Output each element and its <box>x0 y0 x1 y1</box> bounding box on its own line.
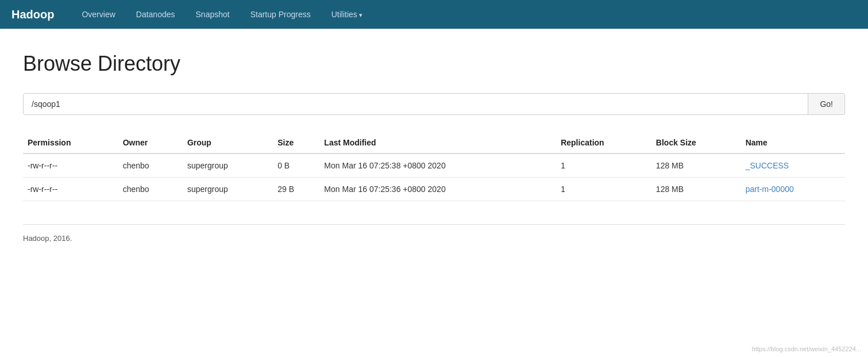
col-last-modified: Last Modified <box>319 132 556 153</box>
cell-col-block-size-row1: 128 MB <box>651 178 741 201</box>
cell-col-size-row0: 0 B <box>273 153 319 178</box>
table-body: -rw-r--r--chenbosupergroup0 BMon Mar 16 … <box>23 153 845 201</box>
file-link-_SUCCESS[interactable]: _SUCCESS <box>746 161 789 170</box>
nav-link-snapshot[interactable]: Snapshot <box>186 2 240 27</box>
table-row: -rw-r--r--chenbosupergroup29 BMon Mar 16… <box>23 178 845 201</box>
directory-table: Permission Owner Group Size Last Modifie… <box>23 132 845 201</box>
col-permission: Permission <box>23 132 118 153</box>
navbar-nav: OverviewDatanodesSnapshotStartup Progres… <box>71 2 373 27</box>
cell-col-owner-row1: chenbo <box>118 178 183 201</box>
footer-text: Hadoop, 2016. <box>23 234 72 243</box>
go-button[interactable]: Go! <box>808 94 844 114</box>
page-title: Browse Directory <box>23 52 845 76</box>
col-size: Size <box>273 132 319 153</box>
col-block-size: Block Size <box>651 132 741 153</box>
cell-col-group-row1: supergroup <box>183 178 273 201</box>
nav-link-utilities[interactable]: Utilities <box>321 2 373 27</box>
cell-col-group-row0: supergroup <box>183 153 273 178</box>
nav-link-startup-progress[interactable]: Startup Progress <box>240 2 321 27</box>
cell-col-last-modified-row1: Mon Mar 16 07:25:36 +0800 2020 <box>319 178 556 201</box>
cell-col-replication-row1: 1 <box>556 178 651 201</box>
cell-col-name-row1[interactable]: part-m-00000 <box>741 178 845 201</box>
cell-col-name-row0[interactable]: _SUCCESS <box>741 153 845 178</box>
col-group: Group <box>183 132 273 153</box>
cell-col-block-size-row0: 128 MB <box>651 153 741 178</box>
nav-item-overview[interactable]: Overview <box>71 2 125 27</box>
nav-link-overview[interactable]: Overview <box>71 2 125 27</box>
nav-item-startup-progress[interactable]: Startup Progress <box>240 2 321 27</box>
main-content: Browse Directory Go! Permission Owner Gr… <box>0 29 868 254</box>
cell-col-owner-row0: chenbo <box>118 153 183 178</box>
navbar: Hadoop OverviewDatanodesSnapshotStartup … <box>0 0 868 29</box>
nav-item-utilities[interactable]: Utilities <box>321 2 373 27</box>
table-row: -rw-r--r--chenbosupergroup0 BMon Mar 16 … <box>23 153 845 178</box>
table-header-row: Permission Owner Group Size Last Modifie… <box>23 132 845 153</box>
nav-link-datanodes[interactable]: Datanodes <box>126 2 186 27</box>
cell-col-permission-row1: -rw-r--r-- <box>23 178 118 201</box>
col-name: Name <box>741 132 845 153</box>
cell-col-permission-row0: -rw-r--r-- <box>23 153 118 178</box>
col-owner: Owner <box>118 132 183 153</box>
cell-col-replication-row0: 1 <box>556 153 651 178</box>
nav-item-snapshot[interactable]: Snapshot <box>186 2 240 27</box>
search-bar: Go! <box>23 93 845 115</box>
table-header: Permission Owner Group Size Last Modifie… <box>23 132 845 153</box>
file-link-part-m-00000[interactable]: part-m-00000 <box>746 185 794 194</box>
nav-item-datanodes[interactable]: Datanodes <box>126 2 186 27</box>
cell-col-last-modified-row0: Mon Mar 16 07:25:38 +0800 2020 <box>319 153 556 178</box>
navbar-brand[interactable]: Hadoop <box>11 8 54 21</box>
cell-col-size-row1: 29 B <box>273 178 319 201</box>
col-replication: Replication <box>556 132 651 153</box>
path-input[interactable] <box>24 94 808 114</box>
footer: Hadoop, 2016. <box>23 224 845 243</box>
